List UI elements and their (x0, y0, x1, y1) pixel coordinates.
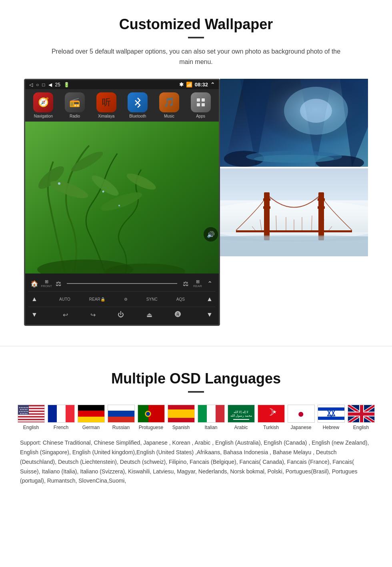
svg-rect-36 (318, 206, 325, 209)
flag-italy (198, 405, 225, 423)
nav-label: Navigation (34, 114, 53, 118)
svg-rect-59 (18, 419, 45, 420)
rear-label: REAR🔒 (89, 297, 105, 301)
menu-icon: □ (42, 82, 45, 88)
flag-item-english-usa: ★★★★★★ ★★★★★ ★★★★★★ ★★★★★ English (16, 405, 46, 430)
flag-russia (108, 405, 135, 423)
svg-rect-61 (18, 422, 45, 423)
settings-icon[interactable]: ⚙ (124, 297, 128, 301)
controls-row3: ▼ ↩ ↪ ⏻ ⏏ 🅐 ▼ (28, 307, 216, 322)
signal-icon: 📶 (186, 82, 192, 88)
rear-speaker-icon[interactable]: ⊞REAR (192, 278, 204, 289)
flag-japan (288, 405, 315, 423)
expand-icon: ⌃ (210, 82, 215, 88)
svg-rect-37 (236, 230, 352, 232)
flag-label-italian: Italian (204, 425, 217, 430)
svg-rect-2 (197, 103, 200, 106)
back-ctrl-icon[interactable]: ↪ (90, 311, 96, 319)
flag-item-arabic: لا إله إلا اللهمحمد رسول الله Arabic (226, 405, 256, 430)
flag-label-hebrew: Hebrew (323, 425, 339, 430)
flag-item-italian: Italian (196, 405, 226, 430)
ac-icon[interactable]: 🅐 (175, 311, 181, 318)
time-display: 08:32 (195, 82, 208, 88)
app-icon-music[interactable]: 🎵 Music (155, 92, 184, 118)
flag-label-russian: Russian (112, 425, 130, 430)
front-speaker-icon[interactable]: ⊞FRONT (40, 278, 52, 289)
music-icon-bg: 🎵 (159, 92, 179, 112)
svg-rect-34 (263, 206, 270, 209)
radio-icon-bg: 📻 (65, 92, 85, 112)
section-separator (0, 346, 392, 346)
svg-point-48 (220, 235, 368, 242)
svg-rect-0 (197, 98, 200, 102)
flag-label-arabic: Arabic (234, 425, 248, 430)
flag-label-english-usa: English (23, 425, 39, 430)
apps-label: Apps (196, 114, 205, 118)
app-icon-apps[interactable]: Apps (186, 92, 215, 118)
app-icons-row: 🧭 Navigation 📻 Radio 听 Ximalaya (25, 89, 219, 122)
apps-icon-bg (191, 92, 211, 112)
app-icon-ximalaya[interactable]: 听 Ximalaya (92, 92, 121, 118)
osd-title: Multiple OSD Languages (16, 370, 376, 387)
auto-label: AUTO (59, 297, 70, 301)
flag-item-portuguese: Protuguese (136, 405, 166, 430)
balance-icon[interactable]: ⚖ (52, 278, 64, 289)
slider-line[interactable] (67, 283, 177, 284)
prev-icon[interactable]: ↩ (63, 311, 68, 319)
power-icon[interactable]: ⏻ (118, 311, 124, 318)
page-title: Customized Wallpaper (24, 16, 368, 33)
flag-label-english-uk: English (353, 425, 369, 430)
flag-item-russian: Russian (106, 405, 136, 430)
home-ctrl-icon[interactable]: 🏠 (28, 278, 40, 289)
up-arrow2[interactable]: ▲ (204, 293, 216, 305)
svg-rect-1 (202, 98, 205, 102)
flag-label-spanish: Spanish (172, 425, 190, 430)
down-arrow[interactable]: ▼ (28, 309, 40, 321)
flag-item-german: German (76, 405, 106, 430)
volume-button[interactable]: 🔊 (204, 227, 218, 242)
main-wallpaper-green: 🔊 (25, 122, 220, 274)
ximalaya-icon-bg: 听 (96, 92, 116, 112)
home-icon: ○ (36, 82, 39, 88)
svg-text:★★★★★: ★★★★★ (20, 412, 28, 415)
svg-rect-60 (18, 420, 45, 421)
aqs-label: AQS (176, 297, 185, 301)
svg-point-27 (254, 155, 334, 163)
svg-point-15 (118, 205, 120, 206)
controls-row1: 🏠 ⊞FRONT ⚖ ⚖ ⊞REAR ⌃ (28, 276, 216, 291)
svg-point-13 (58, 182, 60, 185)
status-right: ✱ 📶 08:32 ⌃ (179, 82, 215, 88)
radio-label: Radio (70, 114, 80, 118)
flag-germany (78, 405, 105, 423)
app-icon-bluetooth[interactable]: Bluetooth (123, 92, 152, 118)
flag-label-japanese: Japanese (290, 425, 311, 430)
support-text: Support: Chinese Traditional, Chinese Si… (16, 438, 376, 486)
flag-item-spanish: Spanish (166, 405, 196, 430)
back-icon: ◁ (29, 82, 33, 88)
flag-usa: ★★★★★★ ★★★★★ ★★★★★★ ★★★★★ (18, 405, 45, 423)
expand-ctrl-icon[interactable]: ⌃ (204, 278, 216, 289)
sync-label: SYNC (146, 297, 158, 301)
section-osd-languages: Multiple OSD Languages (0, 354, 392, 498)
flag-item-turkish: Turkish (256, 405, 286, 430)
svg-point-14 (102, 191, 104, 193)
app-icon-radio[interactable]: 📻 Radio (60, 92, 89, 118)
status-left: ◁ ○ □ ◀ 25 🔋 (29, 82, 70, 88)
wallpaper-stack (220, 79, 368, 326)
down-arrow2[interactable]: ▼ (204, 309, 216, 321)
flag-portugal (138, 405, 165, 423)
flag-france (48, 405, 75, 423)
svg-rect-77 (348, 413, 375, 416)
up-arrow[interactable]: ▲ (28, 293, 40, 305)
osd-title-divider (188, 391, 204, 393)
svg-rect-3 (202, 103, 205, 106)
svg-rect-56 (18, 415, 45, 416)
nav-icon-bg: 🧭 (33, 92, 53, 112)
app-icon-navigation[interactable]: 🧭 Navigation (29, 92, 58, 118)
wallpaper-collage: ◁ ○ □ ◀ 25 🔋 ✱ 📶 08:32 ⌃ 🧭 Na (24, 79, 368, 326)
balance-icon2[interactable]: ⚖ (180, 278, 192, 289)
battery-num: 25 (55, 82, 60, 88)
phone-mockup: ◁ ○ □ ◀ 25 🔋 ✱ 📶 08:32 ⌃ 🧭 Na (24, 79, 220, 326)
status-bar: ◁ ○ □ ◀ 25 🔋 ✱ 📶 08:32 ⌃ (25, 80, 219, 89)
eject-icon[interactable]: ⏏ (146, 311, 152, 319)
